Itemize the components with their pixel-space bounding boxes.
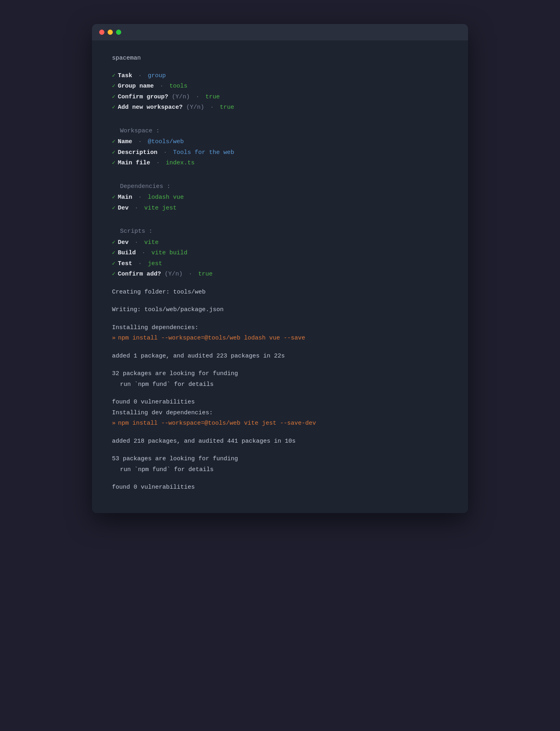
label-group-name: Group name (118, 81, 154, 92)
line-task: ✓ Task · group (112, 71, 448, 81)
value-main-file: index.ts (166, 158, 194, 168)
cmd-prefix-icon-2: » (112, 418, 116, 429)
label-main-file: Main file (118, 158, 150, 168)
line-description: ✓ Description · Tools for the web (112, 148, 448, 158)
output-npm-install-dev-cmd: » npm install --workspace=@tools/web vit… (112, 418, 448, 429)
value-main-deps: lodash vue (148, 192, 184, 203)
check-icon: ✓ (112, 103, 115, 112)
value-test-script: jest (148, 259, 162, 269)
label-confirm-group: Confirm group? (118, 92, 168, 102)
check-icon: ✓ (112, 193, 115, 202)
terminal-body: spaceman ✓ Task · group ✓ Group name · t… (92, 40, 468, 513)
output-installing-dev-deps: Installing dev dependencies: (112, 408, 448, 418)
value-confirm-group: true (206, 92, 220, 102)
cmd-prefix-icon: » (112, 333, 116, 344)
output-found-0-vuln-1: found 0 vulnerabilities (112, 397, 448, 407)
value-build-script: vite build (151, 248, 187, 258)
check-icon: ✓ (112, 71, 115, 81)
value-name: @tools/web (148, 137, 184, 147)
line-name: ✓ Name · @tools/web (112, 137, 448, 147)
output-added-1: added 1 package, and audited 223 package… (112, 351, 448, 362)
label-build-script: Build (118, 248, 136, 258)
line-main-deps: ✓ Main · lodash vue (112, 192, 448, 203)
terminal-window: spaceman ✓ Task · group ✓ Group name · t… (92, 24, 468, 513)
output-installing-deps: Installing dependencies: (112, 323, 448, 333)
line-dev-script: ✓ Dev · vite (112, 238, 448, 248)
check-icon: ✓ (112, 270, 115, 279)
check-icon: ✓ (112, 92, 115, 102)
minimize-button[interactable] (108, 30, 113, 35)
line-dev-deps: ✓ Dev · vite jest (112, 203, 448, 214)
line-group-name: ✓ Group name · tools (112, 81, 448, 92)
label-description: Description (118, 148, 157, 158)
check-icon: ✓ (112, 137, 115, 147)
label-task: Task (118, 71, 132, 81)
app-name: spaceman (112, 53, 448, 64)
label-dev-deps: Dev (118, 203, 128, 214)
output-53-packages: 53 packages are looking for funding (112, 454, 448, 464)
output-npm-install-cmd: » npm install --workspace=@tools/web lod… (112, 333, 448, 344)
section-dependencies: Dependencies : (120, 182, 448, 192)
value-confirm-add: true (198, 269, 213, 280)
value-description: Tools for the web (173, 148, 234, 158)
value-task: group (148, 71, 166, 81)
check-icon: ✓ (112, 82, 115, 91)
label-main-deps: Main (118, 192, 132, 203)
close-button[interactable] (99, 30, 104, 35)
line-main-file: ✓ Main file · index.ts (112, 158, 448, 168)
maximize-button[interactable] (116, 30, 121, 35)
output-32-packages: 32 packages are looking for funding (112, 369, 448, 379)
value-dev-deps: vite jest (144, 203, 176, 214)
value-dev-script: vite (144, 238, 158, 248)
output-added-218: added 218 packages, and audited 441 pack… (112, 436, 448, 447)
value-group-name: tools (169, 81, 187, 92)
titlebar (92, 24, 468, 40)
section-workspace: Workspace : (120, 126, 448, 136)
output-run-fund-1: run `npm fund` for details (112, 379, 448, 390)
line-build-script: ✓ Build · vite build (112, 248, 448, 258)
output-found-0-vuln-2: found 0 vulnerabilities (112, 482, 448, 493)
line-test-script: ✓ Test · jest (112, 259, 448, 269)
check-icon: ✓ (112, 158, 115, 168)
label-test-script: Test (118, 259, 132, 269)
value-add-workspace: true (220, 102, 234, 113)
line-confirm-group: ✓ Confirm group? (Y/n) · true (112, 92, 448, 102)
line-add-workspace: ✓ Add new workspace? (Y/n) · true (112, 102, 448, 113)
section-scripts: Scripts : (120, 226, 448, 237)
check-icon: ✓ (112, 204, 115, 213)
npm-install-command: npm install --workspace=@tools/web lodas… (118, 333, 305, 344)
output-run-fund-2: run `npm fund` for details (112, 465, 448, 475)
label-name: Name (118, 137, 132, 147)
label-confirm-add: Confirm add? (118, 269, 161, 280)
check-icon: ✓ (112, 148, 115, 158)
label-add-workspace: Add new workspace? (118, 102, 182, 113)
npm-install-dev-command: npm install --workspace=@tools/web vite … (118, 418, 316, 429)
line-confirm-add: ✓ Confirm add? (Y/n) · true (112, 269, 448, 280)
check-icon: ✓ (112, 238, 115, 248)
output-writing: Writing: tools/web/package.json (112, 305, 448, 315)
check-icon: ✓ (112, 248, 115, 258)
check-icon: ✓ (112, 259, 115, 269)
output-creating-folder: Creating folder: tools/web (112, 287, 448, 298)
label-dev-script: Dev (118, 238, 128, 248)
